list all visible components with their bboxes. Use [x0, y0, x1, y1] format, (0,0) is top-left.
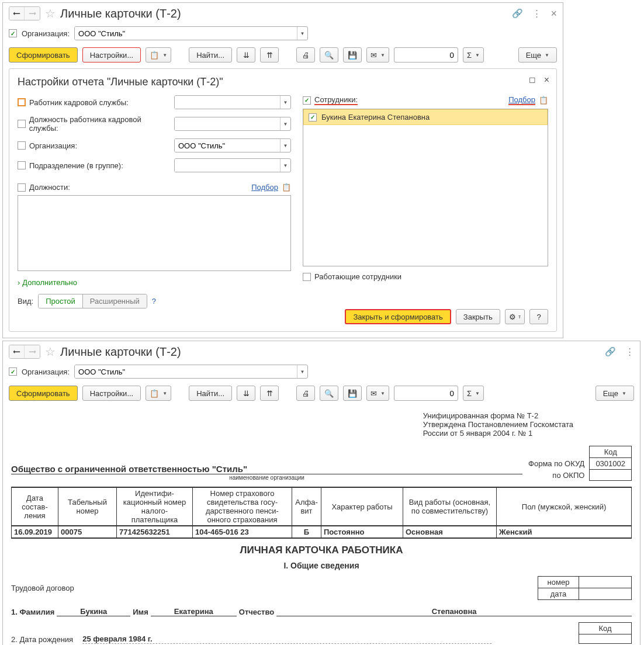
positions-select-link[interactable]: Подбор	[251, 183, 278, 192]
chevron-down-icon[interactable]: ▼	[280, 96, 290, 109]
maximize-icon[interactable]: ◻	[529, 75, 536, 85]
sum-button[interactable]: Σ▼	[463, 47, 484, 63]
preview-button[interactable]: 🔍	[320, 47, 338, 63]
chevron-down-icon[interactable]: ▼	[297, 27, 307, 40]
org-checkbox[interactable]	[9, 29, 17, 37]
org-label: Организация:	[22, 29, 70, 38]
dept-combo[interactable]: ▼	[174, 158, 291, 172]
window-title: Личные карточки (Т-2)	[60, 345, 181, 359]
settings-org-checkbox[interactable]	[18, 141, 26, 150]
employees-checkbox[interactable]	[303, 96, 311, 105]
mail-button[interactable]: ✉▼	[366, 386, 389, 401]
close-and-form-button[interactable]: Закрыть и сформировать	[345, 309, 451, 324]
collapse-groups-button[interactable]: ⇊	[237, 47, 255, 63]
form-button[interactable]: Сформировать	[9, 47, 78, 63]
settings-panel: ◻ × Настройки отчета "Личные карточки (Т…	[9, 68, 557, 332]
org-combo[interactable]: ▼	[74, 365, 308, 379]
chevron-down-icon[interactable]: ▼	[280, 159, 290, 172]
preview-button[interactable]: 🔍	[320, 386, 338, 401]
nav-arrows: 🠔 🠖	[9, 345, 40, 359]
expand-groups-button[interactable]: ⇈	[260, 47, 279, 63]
nav-back[interactable]: 🠔	[9, 345, 25, 358]
hr-position-checkbox[interactable]	[18, 120, 26, 128]
view-extended[interactable]: Расширенный	[83, 294, 147, 308]
star-icon[interactable]: ☆	[45, 345, 56, 359]
hr-worker-combo[interactable]: ▼	[174, 95, 291, 109]
number-input[interactable]	[394, 386, 458, 401]
paste-icon[interactable]: 📋	[282, 183, 291, 192]
save-button[interactable]: 💾	[343, 386, 362, 401]
codes-table: Код Форма по ОКУД0301002 по ОКПО	[522, 446, 632, 481]
chevron-down-icon[interactable]: ▼	[280, 139, 290, 152]
nav-back[interactable]: 🠔	[9, 7, 25, 20]
link-icon[interactable]: 🔗	[512, 8, 523, 19]
paste-icon[interactable]: 📋	[539, 96, 548, 105]
doc-section-title: I. Общие сведения	[11, 561, 632, 570]
kebab-icon[interactable]: ⋮	[625, 346, 634, 357]
form-button[interactable]: Сформировать	[9, 386, 78, 401]
link-icon[interactable]: 🔗	[605, 346, 616, 357]
view-simple[interactable]: Простой	[39, 294, 83, 308]
print-button[interactable]: 🖨	[296, 47, 315, 63]
settings-org-combo[interactable]: ▼	[174, 138, 291, 152]
document-area: Унифицированная форма № Т-2 Утверждена П…	[3, 407, 640, 645]
employee-item-checkbox[interactable]	[309, 113, 317, 122]
mail-button[interactable]: ✉▼	[366, 47, 389, 63]
employee-item-label: Букина Екатерина Степановна	[321, 113, 430, 122]
settings-button[interactable]: Настройки...	[82, 386, 141, 401]
settings-button[interactable]: Настройки...	[82, 47, 141, 63]
more-settings-link[interactable]: › Дополнительно	[18, 278, 291, 287]
employees-list[interactable]: Букина Екатерина Степановна	[303, 109, 548, 266]
org-label: Организация:	[22, 367, 70, 376]
org-full-name: Общество с ограниченной ответственностью…	[11, 464, 522, 474]
find-button[interactable]: Найти...	[189, 47, 232, 63]
help-link[interactable]: ?	[152, 297, 156, 306]
close-button[interactable]: Закрыть	[456, 309, 500, 324]
org-input[interactable]	[75, 27, 297, 40]
star-icon[interactable]: ☆	[45, 6, 56, 20]
window-title: Личные карточки (Т-2)	[60, 7, 181, 20]
birth-code-table: Код	[579, 622, 632, 644]
hr-position-combo[interactable]: ▼	[174, 117, 291, 131]
working-employees-checkbox[interactable]	[303, 273, 311, 281]
close-icon[interactable]: ×	[550, 8, 557, 20]
close-settings-icon[interactable]: ×	[544, 75, 549, 85]
save-button[interactable]: 💾	[343, 47, 362, 63]
filter-settings-button[interactable]: ⚙т	[505, 309, 525, 324]
positions-list[interactable]	[18, 195, 291, 271]
chevron-down-icon[interactable]: ▼	[297, 365, 307, 378]
help-button[interactable]: ?	[529, 309, 548, 324]
positions-checkbox[interactable]	[18, 183, 26, 192]
more-button[interactable]: Еще▼	[518, 47, 557, 63]
nav-forward[interactable]: 🠖	[25, 345, 40, 358]
settings-title: Настройки отчета "Личные карточки (Т-2)"	[18, 76, 548, 88]
main-grid: Дата состав- ления Табельный номер Идент…	[11, 487, 632, 539]
org-checkbox[interactable]	[9, 367, 17, 376]
hr-worker-checkbox[interactable]	[18, 98, 26, 106]
more-button[interactable]: Еще▼	[595, 386, 634, 401]
chevron-down-icon[interactable]: ▼	[280, 117, 290, 130]
view-mode-segment[interactable]: Простой Расширенный	[38, 294, 147, 308]
sum-button[interactable]: Σ▼	[463, 386, 484, 401]
paste-variants-button[interactable]: 📋▼	[146, 386, 171, 401]
org-combo[interactable]: ▼	[74, 26, 308, 40]
contract-table: номер дата	[538, 576, 632, 600]
nav-forward[interactable]: 🠖	[25, 7, 40, 20]
print-button[interactable]: 🖨	[296, 386, 315, 401]
name-row: 1. Фамилия Букина Имя Екатерина Отчество…	[11, 607, 632, 616]
kebab-icon[interactable]: ⋮	[532, 8, 541, 19]
find-button[interactable]: Найти...	[189, 386, 232, 401]
paste-variants-button[interactable]: 📋▼	[146, 47, 171, 63]
number-input[interactable]	[394, 47, 458, 63]
dept-checkbox[interactable]	[18, 161, 26, 169]
org-input[interactable]	[75, 365, 297, 378]
doc-main-title: ЛИЧНАЯ КАРТОЧКА РАБОТНИКА	[11, 545, 632, 556]
employees-select-link[interactable]: Подбор	[508, 95, 535, 105]
nav-arrows: 🠔 🠖	[9, 6, 40, 20]
expand-groups-button[interactable]: ⇈	[260, 386, 279, 401]
employee-item[interactable]: Букина Екатерина Степановна	[303, 109, 548, 125]
collapse-groups-button[interactable]: ⇊	[237, 386, 255, 401]
